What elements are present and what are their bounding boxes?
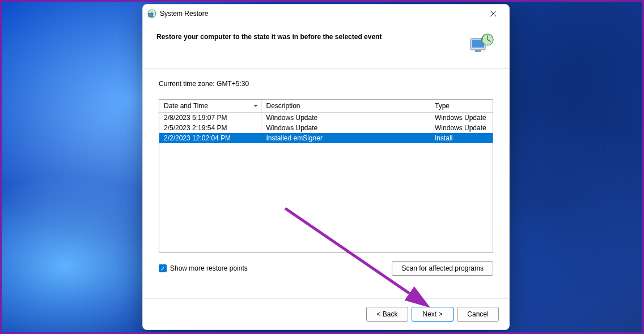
- check-icon: ✓: [159, 264, 167, 272]
- column-type[interactable]: Type: [430, 100, 493, 113]
- cell-type: Windows Update: [430, 113, 493, 123]
- restore-points-table[interactable]: Date and Time Description Type 2/8/2023 …: [159, 99, 493, 253]
- titlebar: System Restore: [143, 5, 509, 23]
- cell-date: 2/8/2023 5:19:07 PM: [159, 113, 261, 123]
- next-button[interactable]: Next >: [412, 307, 454, 322]
- footer-buttons: < Back Next > Cancel: [143, 298, 509, 329]
- cancel-button[interactable]: Cancel: [457, 307, 499, 322]
- svg-rect-4: [475, 50, 481, 52]
- cell-description: Installed emSigner: [261, 133, 430, 143]
- back-button[interactable]: < Back: [366, 307, 408, 322]
- cell-date: 2/2/2023 12:02:04 PM: [159, 133, 261, 143]
- window-title: System Restore: [160, 10, 482, 18]
- column-date[interactable]: Date and Time: [159, 100, 261, 113]
- scan-affected-button[interactable]: Scan for affected programs: [392, 261, 493, 276]
- cell-description: Windows Update: [261, 123, 430, 133]
- timezone-label: Current time zone: GMT+5:30: [159, 80, 493, 88]
- system-restore-dialog: System Restore Restore your computer to …: [142, 4, 510, 330]
- close-button[interactable]: [482, 6, 505, 22]
- cell-date: 2/5/2023 2:19:54 PM: [159, 123, 261, 133]
- table-row[interactable]: 2/8/2023 5:19:07 PMWindows UpdateWindows…: [159, 113, 493, 123]
- below-table-row: ✓ Show more restore points Scan for affe…: [159, 261, 493, 276]
- system-restore-icon: [147, 9, 156, 18]
- table-row[interactable]: 2/5/2023 2:19:54 PMWindows UpdateWindows…: [159, 123, 493, 133]
- table-row[interactable]: 2/2/2023 12:02:04 PMInstalled emSignerIn…: [159, 133, 493, 143]
- cell-type: Install: [430, 133, 493, 143]
- show-more-label: Show more restore points: [170, 264, 248, 272]
- restore-hero-icon: [468, 33, 495, 54]
- header-title: Restore your computer to the state it wa…: [156, 33, 468, 41]
- show-more-checkbox[interactable]: ✓ Show more restore points: [159, 264, 248, 272]
- header-panel: Restore your computer to the state it wa…: [143, 23, 509, 68]
- cell-description: Windows Update: [261, 113, 430, 123]
- content-area: Current time zone: GMT+5:30 Date and Tim…: [143, 68, 509, 298]
- table-header-row[interactable]: Date and Time Description Type: [159, 100, 493, 113]
- cell-type: Windows Update: [430, 123, 493, 133]
- column-description[interactable]: Description: [261, 100, 430, 113]
